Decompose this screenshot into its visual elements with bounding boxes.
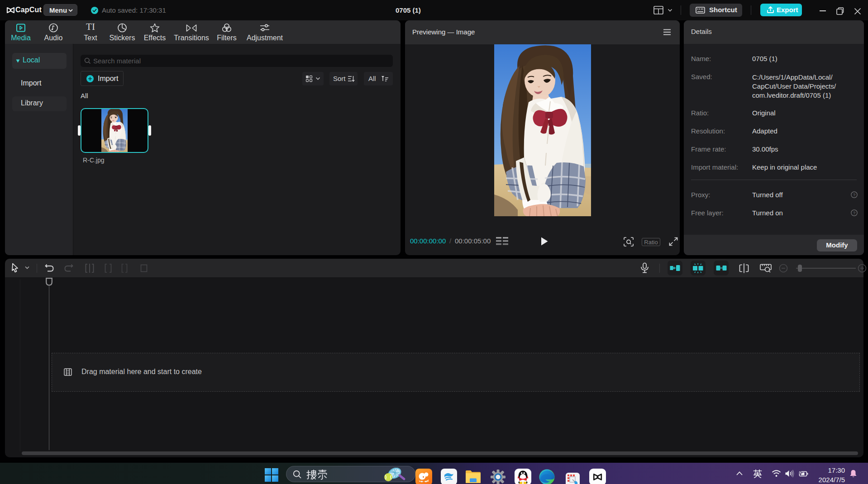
- svg-text:?: ?: [853, 193, 855, 197]
- svg-text:?: ?: [853, 211, 855, 215]
